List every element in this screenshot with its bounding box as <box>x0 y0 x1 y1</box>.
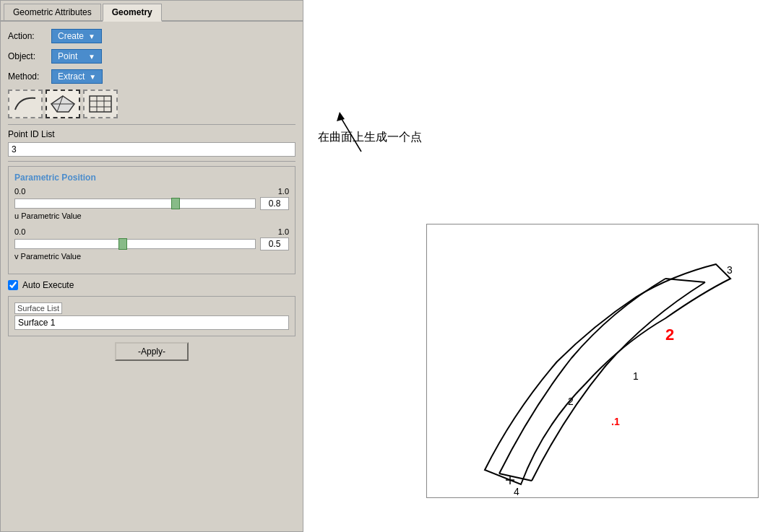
svg-text:4: 4 <box>514 486 519 497</box>
mesh-icon-btn[interactable] <box>83 90 118 118</box>
tab-geometry[interactable]: Geometry <box>103 4 162 22</box>
action-row: Action: Create ▼ <box>8 29 295 43</box>
v-range-labels: 0.0 1.0 <box>14 227 289 236</box>
method-label: Method: <box>8 71 51 82</box>
object-label: Object: <box>8 51 51 61</box>
panel-content: Action: Create ▼ Object: Point ▼ Method:… <box>1 22 303 374</box>
action-dropdown-arrow: ▼ <box>88 32 95 40</box>
method-dropdown[interactable]: Extract ▼ <box>51 69 103 84</box>
u-slider-value[interactable] <box>260 197 289 210</box>
u-slider-thumb[interactable] <box>171 198 180 209</box>
svg-text:2: 2 <box>568 396 574 407</box>
v-slider-thumb[interactable] <box>118 238 127 250</box>
svg-text:3: 3 <box>727 264 733 276</box>
svg-text:1: 1 <box>633 370 639 382</box>
v-slider-track[interactable] <box>14 239 256 249</box>
v-slider-row: 0.0 1.0 v Parametric Value <box>14 227 289 261</box>
curve-icon-btn[interactable] <box>8 90 43 118</box>
surface-list-header: Surface List <box>14 302 62 314</box>
auto-execute-label: Auto Execute <box>22 280 74 290</box>
annotation-text: 在曲面上生成一个点 <box>318 130 422 145</box>
right-area: 在曲面上生成一个点 <box>303 0 781 532</box>
svg-rect-3 <box>90 96 111 112</box>
svg-line-10 <box>665 279 705 282</box>
object-row: Object: Point ▼ <box>8 49 295 64</box>
point-id-input[interactable] <box>8 142 295 157</box>
tab-geometric-attributes[interactable]: Geometric Attributes <box>4 4 101 20</box>
object-dropdown-arrow: ▼ <box>88 53 95 61</box>
tab-bar: Geometric Attributes Geometry <box>1 1 303 22</box>
auto-execute-checkbox[interactable] <box>8 280 18 290</box>
point-id-list-section: Point ID List <box>8 129 295 157</box>
u-slider-row: 0.0 1.0 u Parametric Value <box>14 187 289 220</box>
u-slider-label: u Parametric Value <box>14 212 289 220</box>
v-slider-container <box>14 237 289 250</box>
diagram-box: 3 4 1 2 2 .1 <box>426 224 759 498</box>
u-slider-container <box>14 197 289 210</box>
svg-marker-9 <box>337 112 345 121</box>
point-id-label: Point ID List <box>8 129 295 139</box>
v-slider-value[interactable] <box>260 237 289 250</box>
apply-button[interactable]: -Apply- <box>115 342 189 361</box>
auto-execute-row: Auto Execute <box>8 280 295 290</box>
method-row: Method: Extract ▼ <box>8 69 295 84</box>
u-range-labels: 0.0 1.0 <box>14 187 289 196</box>
main-panel: Geometric Attributes Geometry Action: Cr… <box>0 0 303 532</box>
method-dropdown-arrow: ▼ <box>89 73 96 81</box>
action-label: Action: <box>8 31 51 41</box>
action-dropdown[interactable]: Create ▼ <box>51 29 102 43</box>
icon-row <box>8 90 295 118</box>
surface-list-section: Surface List <box>8 296 295 336</box>
svg-text:.1: .1 <box>611 416 620 427</box>
parametric-section: Parametric Position 0.0 1.0 u Parametric… <box>8 166 295 274</box>
surface-list-input[interactable] <box>14 315 289 330</box>
v-slider-label: v Parametric Value <box>14 252 289 261</box>
svg-text:2: 2 <box>665 326 674 344</box>
surface-icon-btn[interactable] <box>46 90 80 118</box>
u-slider-track[interactable] <box>14 199 256 209</box>
object-dropdown[interactable]: Point ▼ <box>51 49 102 64</box>
parametric-title: Parametric Position <box>14 173 289 183</box>
